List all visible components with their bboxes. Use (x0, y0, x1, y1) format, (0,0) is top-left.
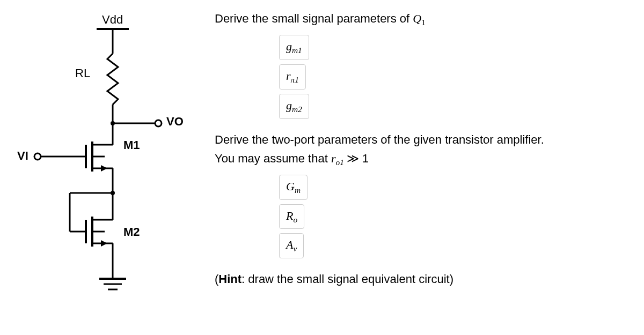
param-gm2[interactable]: gm2 (279, 94, 309, 119)
label-vo: VO (166, 115, 184, 128)
q1-symbol: Q (413, 12, 421, 25)
svg-marker-20 (101, 240, 107, 247)
param-Av[interactable]: Av (279, 233, 304, 258)
circuit-diagram: Vdd RL VO VI M1 (5, 11, 199, 316)
hint-text: (Hint: draw the small signal equivalent … (215, 271, 639, 288)
label-m2: M2 (123, 225, 140, 239)
question-text: Derive the small signal parameters of Q1… (199, 11, 639, 288)
q2-param-list: Gm Ro Av (279, 173, 639, 261)
q1-param-list: gm1 rπ1 gm2 (279, 33, 639, 121)
q1-sub: 1 (421, 18, 426, 27)
label-vi: VI (17, 149, 28, 162)
svg-point-6 (34, 153, 41, 160)
param-rpi1[interactable]: rπ1 (279, 64, 306, 90)
label-rl: RL (75, 66, 90, 80)
param-gm1[interactable]: gm1 (279, 35, 309, 60)
label-vdd: Vdd (102, 13, 123, 26)
svg-marker-12 (101, 165, 107, 172)
q2-line1: Derive the two-port parameters of the gi… (215, 132, 639, 148)
q1-prompt: Derive the small signal parameters of Q1 (215, 11, 639, 28)
q1-prefix: Derive the small signal parameters of (215, 12, 413, 25)
label-m1: M1 (123, 138, 140, 152)
svg-point-5 (155, 120, 162, 126)
q2-line2: You may assume that ro1 ≫ 1 (215, 151, 639, 168)
param-Gm[interactable]: Gm (279, 175, 308, 200)
param-Ro[interactable]: Ro (279, 204, 304, 229)
